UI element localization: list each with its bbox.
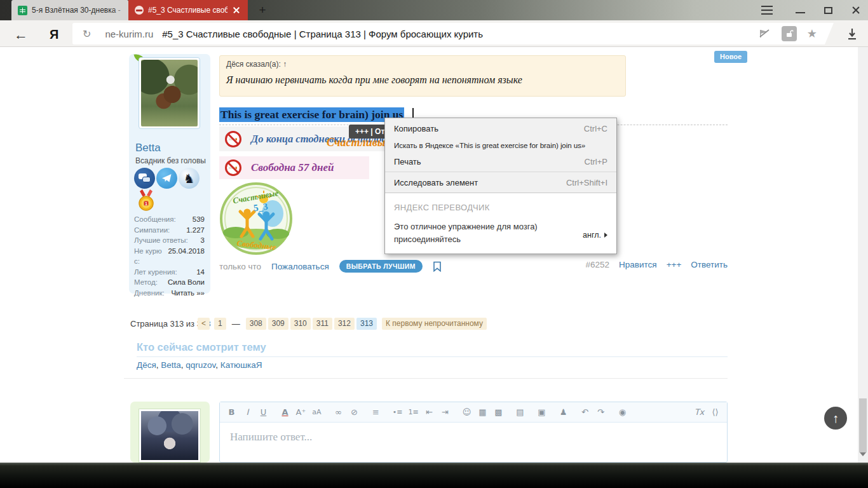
pick-best-button[interactable]: ВЫБРАТЬ ЛУЧШИМ <box>339 260 423 273</box>
chat-bubbles-icon[interactable] <box>134 168 155 189</box>
camera-button[interactable]: ◉ <box>614 405 630 419</box>
user-status: Всадник без головы <box>135 156 206 165</box>
italic-button[interactable]: I <box>240 405 255 419</box>
page-310-button[interactable]: 310 <box>290 318 311 330</box>
viewer-link[interactable]: Betta <box>161 360 186 370</box>
insert-media-button[interactable]: ▩ <box>491 405 506 419</box>
plus-link[interactable]: +++ <box>667 260 682 269</box>
menu-item-print[interactable]: Печать Ctrl+P <box>385 153 616 170</box>
refresh-icon[interactable]: ↻ <box>83 28 91 40</box>
source-code-button[interactable]: ⟨⟩ <box>707 405 723 419</box>
insert-image-button[interactable]: ▦ <box>475 405 491 419</box>
text-color-button[interactable]: A <box>277 405 293 419</box>
redo-button[interactable]: ↷ <box>593 405 609 419</box>
shortcut-label: Ctrl+C <box>584 124 607 133</box>
quote-block: Дёся сказал(а): ↑ Я начинаю нервничать к… <box>219 55 626 97</box>
post-number[interactable]: #6252 <box>586 260 610 269</box>
security-lock-icon[interactable] <box>782 26 797 41</box>
jump-first-unread-button[interactable]: К первому непрочитанному <box>382 318 487 330</box>
telegram-icon[interactable] <box>156 168 177 189</box>
scrollbar-down-arrow[interactable] <box>860 452 866 456</box>
alignment-button[interactable]: ≡ <box>368 405 384 419</box>
emblem-number: 5_3 <box>253 201 269 214</box>
windows-taskbar <box>0 463 868 488</box>
forum-favicon-icon <box>135 6 144 15</box>
translator-language[interactable]: англ. <box>583 224 607 245</box>
undo-button[interactable]: ↶ <box>577 405 593 419</box>
page-308-button[interactable]: 308 <box>246 318 266 330</box>
mention-user-button[interactable]: ♟ <box>555 405 571 419</box>
menu-item-inspect[interactable]: Исследовать элемент Ctrl+Shift+I <box>385 174 616 191</box>
quote-block-button[interactable]: ▤ <box>512 405 528 419</box>
quote-header[interactable]: Дёся сказал(а): ↑ <box>220 56 625 69</box>
browser-menu-button[interactable] <box>757 4 776 17</box>
numbered-list-button[interactable]: 1≡ <box>405 405 421 419</box>
chess-knight-icon[interactable]: ♞ <box>179 168 200 189</box>
report-link[interactable]: Пожаловаться <box>271 262 329 271</box>
window-minimize-button[interactable] <box>790 4 810 17</box>
tab-forum-active[interactable]: #5_3 Счастливые свобод <box>128 0 248 20</box>
stat-diary: Дневник:Читать »» <box>134 288 205 299</box>
diary-read-link[interactable]: Читать »» <box>171 288 205 299</box>
stat-messages: Сообщения:539 <box>134 214 205 225</box>
viewer-link[interactable]: Дёся <box>137 360 161 370</box>
smiley-button[interactable]: ☺ <box>459 405 475 419</box>
page-313-current[interactable]: 313 <box>356 318 377 330</box>
viewer-link[interactable]: qqruzov <box>186 360 220 370</box>
page-prev-button[interactable]: < <box>198 318 210 330</box>
menu-item-copy[interactable]: Копировать Ctrl+C <box>385 120 616 137</box>
bookmark-star-icon[interactable]: ★ <box>807 27 817 41</box>
tab-close-icon[interactable] <box>231 5 241 15</box>
context-menu: Копировать Ctrl+C Искать в Яндексе «This… <box>384 118 617 254</box>
bubble <box>142 177 151 182</box>
downloads-icon[interactable] <box>846 28 858 41</box>
user-stats: Сообщения:539 Симпатии:1.227 Лучшие отве… <box>134 214 205 298</box>
section-divider <box>124 378 728 379</box>
new-posts-badge[interactable]: Новое <box>714 51 747 63</box>
page-312-button[interactable]: 312 <box>334 318 355 330</box>
page-311-button[interactable]: 311 <box>313 318 332 330</box>
reply-textarea[interactable]: Напишите ответ... <box>220 423 727 452</box>
like-link[interactable]: Нравится <box>619 260 657 269</box>
shortcut-label: Ctrl+P <box>585 157 607 166</box>
scrollbar-thumb[interactable] <box>859 398 867 452</box>
bold-button[interactable]: B <box>224 405 240 419</box>
tab-sheets[interactable]: 5-я Взлётная 30-дневка - G <box>11 0 128 20</box>
user-avatar[interactable] <box>139 57 200 129</box>
scroll-to-top-button[interactable]: ↑ <box>824 407 847 430</box>
font-family-button[interactable]: aA <box>309 405 325 419</box>
remove-format-button[interactable]: Tx <box>691 405 707 419</box>
avatar-image <box>141 60 198 126</box>
team-emblem-image: Счастливые 5_3 Свободные <box>219 182 293 255</box>
reply-user-avatar[interactable] <box>139 409 201 463</box>
new-tab-button[interactable]: + <box>254 2 271 18</box>
window-close-button[interactable] <box>846 4 865 17</box>
selected-message-text[interactable]: This is great exercise for brain) join u… <box>219 107 404 122</box>
page-1-button[interactable]: 1 <box>214 318 226 330</box>
context-menu-translator-section: ЯНДЕКС ПЕРЕВОДЧИК Это отличное упражнени… <box>385 193 616 254</box>
menu-item-search-yandex[interactable]: Искать в Яндексе «This is great exercise… <box>385 137 616 153</box>
bookmark-icon[interactable] <box>433 261 442 272</box>
bullet-list-button[interactable]: •≡ <box>390 405 405 419</box>
username-link[interactable]: Betta <box>135 142 161 154</box>
indent-button[interactable]: ⇥ <box>437 405 453 419</box>
font-size-button[interactable]: A⁺ <box>293 405 309 419</box>
yandex-logo[interactable]: Я <box>50 27 58 42</box>
save-draft-button[interactable]: ▣ <box>534 405 550 419</box>
translator-row[interactable]: Это отличное упражнение для мозга) присо… <box>385 215 616 245</box>
underline-button[interactable]: U <box>255 405 271 419</box>
back-button[interactable]: ← <box>11 27 31 43</box>
stat-quit-date: Не курю с:25.04.2018 <box>134 246 205 267</box>
address-bar-input[interactable]: ↻ ne-kurim.ru #5_3 Счастливые свободные … <box>72 23 834 44</box>
close-icon <box>851 5 861 15</box>
spreadsheet-favicon-icon <box>18 6 27 15</box>
page-309-button[interactable]: 309 <box>268 318 288 330</box>
viewer-link[interactable]: КатюшкаЯ <box>220 360 262 370</box>
insert-link-button[interactable]: ∞ <box>330 405 346 419</box>
remove-link-button[interactable]: ⊘ <box>346 405 362 419</box>
reply-link[interactable]: Ответить <box>691 260 728 269</box>
turbo-icon[interactable] <box>759 29 771 39</box>
viewers-header: Кто сейчас смотрит тему <box>137 341 266 353</box>
outdent-button[interactable]: ⇤ <box>421 405 437 419</box>
window-maximize-button[interactable] <box>818 4 837 17</box>
